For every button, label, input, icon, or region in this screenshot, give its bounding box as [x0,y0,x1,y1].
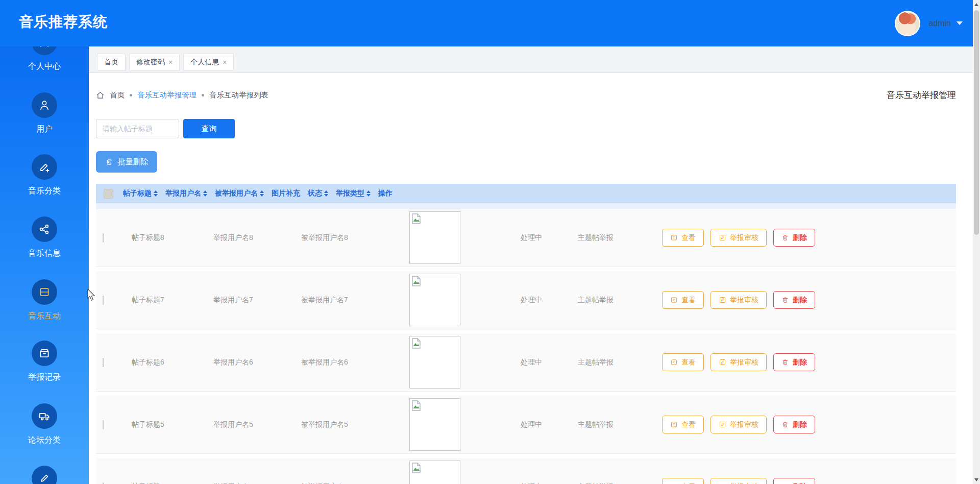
broken-image-icon [411,400,422,412]
tab-close-icon[interactable]: × [168,59,173,66]
sidebar-item[interactable]: 个人中心 [0,46,89,72]
sidebar-item-label: 个人中心 [28,61,61,72]
tab[interactable]: 个人信息 × [183,54,234,71]
view-button[interactable]: 查看 [662,229,704,247]
table-header-cell[interactable]: 帖子标题 [115,189,158,198]
avatar[interactable] [895,11,920,36]
table-header-cell[interactable]: 举报类型 [328,189,371,198]
sidebar-item[interactable]: 音乐信息 [0,216,89,259]
view-button[interactable]: 查看 [662,291,704,309]
audit-button[interactable]: 举报审核 [710,291,767,309]
audit-button[interactable]: 举报审核 [710,229,767,247]
audit-button[interactable]: 举报审核 [710,416,767,433]
user-menu[interactable]: admin [895,0,963,46]
table-header-cell[interactable] [96,189,115,199]
user-center-icon [32,46,57,55]
search-row: 查询 [96,119,956,138]
cell-image [402,398,513,451]
breadcrumb-section-link[interactable]: 音乐互动举报管理 [137,90,197,100]
sidebar-item[interactable]: 举报记录 [0,341,89,383]
cell-status: 处理中 [513,482,570,484]
view-button[interactable]: 查看 [662,416,704,433]
sort-icon[interactable] [260,190,264,197]
row-checkbox[interactable] [103,482,104,484]
sidebar-item[interactable]: 音乐分类 [0,154,89,197]
edit-square-icon [719,358,726,366]
table-header-row: 帖子标题 举报用户名 被举报用户名 [96,184,956,203]
scrollbar-up-arrow[interactable] [973,0,980,9]
cell-post-title: 帖子标题4 [124,482,206,484]
table-header-cell[interactable]: 状态 [300,189,328,198]
pencil-icon [32,466,57,484]
batch-delete-button[interactable]: 批量删除 [96,151,157,173]
breadcrumb-home[interactable]: 首页 [110,90,125,100]
table-row: 帖子标题6 举报用户名6 被举报用户名6 [96,333,956,392]
view-button[interactable]: 查看 [662,353,704,371]
row-actions: 查看 举报审核 删除 [662,478,956,484]
scrollbar-down-arrow[interactable] [973,475,980,484]
document-icon [670,358,678,366]
edit-square-icon [719,421,726,428]
row-checkbox[interactable] [103,296,104,305]
delete-button[interactable]: 删除 [773,353,815,371]
sort-icon[interactable] [366,190,371,197]
cell-reporter: 举报用户名8 [206,233,293,243]
view-button[interactable]: 查看 [662,478,704,484]
cell-report-type: 主题帖举报 [570,296,654,305]
chevron-down-icon[interactable] [957,21,963,25]
table-header-cell[interactable]: 操作 [371,189,393,198]
column-label: 图片补充 [272,189,300,198]
app-title: 音乐推荐系统 [19,12,108,32]
tab-label: 首页 [104,58,118,67]
table-header-cell[interactable]: 举报用户名 [158,189,207,198]
audit-button[interactable]: 举报审核 [710,353,767,371]
cell-image [402,274,513,326]
table-header-cell[interactable]: 被举报用户名 [207,189,264,198]
cell-report-type: 主题帖举报 [570,420,654,429]
user-icon [32,92,57,118]
cell-reporter: 举报用户名5 [206,420,293,429]
row-checkbox[interactable] [103,420,104,429]
username-label[interactable]: admin [928,19,951,28]
audit-button[interactable]: 举报审核 [710,478,767,484]
sidebar-item[interactable]: 论坛分类 [0,403,89,446]
cell-reported-user: 被举报用户名8 [293,233,402,243]
app-header: 音乐推荐系统 admin [0,0,980,46]
column-label: 举报类型 [336,189,364,198]
broken-image-icon [411,463,422,474]
column-label: 举报用户名 [165,189,201,198]
document-icon [670,234,678,241]
delete-button[interactable]: 删除 [773,229,815,247]
sidebar-item[interactable]: 音乐互动 [0,279,89,322]
cell-reporter: 举报用户名6 [206,358,293,367]
delete-button[interactable]: 删除 [773,416,815,433]
search-input[interactable] [96,119,179,138]
table-row: 帖子标题5 举报用户名5 被举报用户名5 [96,396,956,454]
cell-status: 处理中 [513,296,570,305]
row-checkbox[interactable] [103,358,104,367]
delete-button[interactable]: 删除 [773,478,815,484]
share-icon [32,216,57,242]
sidebar-item[interactable]: 用户 [0,92,89,135]
scrollbar-thumb[interactable] [974,10,979,235]
sidebar-item-label: 音乐互动 [28,311,61,322]
row-actions: 查看 举报审核 删除 [662,291,956,309]
sort-icon[interactable] [154,190,158,197]
tab[interactable]: 首页 [97,54,126,71]
sidebar-item[interactable] [0,466,89,484]
home-icon[interactable] [96,91,105,100]
cell-post-title: 帖子标题5 [124,420,206,429]
table-header-cell[interactable]: 图片补充 [264,189,300,198]
page-title: 音乐互动举报管理 [887,89,956,101]
cell-report-type: 主题帖举报 [570,233,654,243]
select-all-checkbox[interactable] [104,189,113,199]
vertical-scrollbar[interactable] [973,0,980,484]
row-checkbox[interactable] [103,233,104,243]
tab-close-icon[interactable]: × [223,59,227,66]
sort-icon[interactable] [203,190,207,197]
tab[interactable]: 修改密码 × [129,54,180,71]
delete-button[interactable]: 删除 [773,291,815,309]
sort-icon[interactable] [324,190,328,197]
query-button[interactable]: 查询 [183,119,235,138]
breadcrumb: 首页 音乐互动举报管理 音乐互动举报列表 [96,90,268,100]
